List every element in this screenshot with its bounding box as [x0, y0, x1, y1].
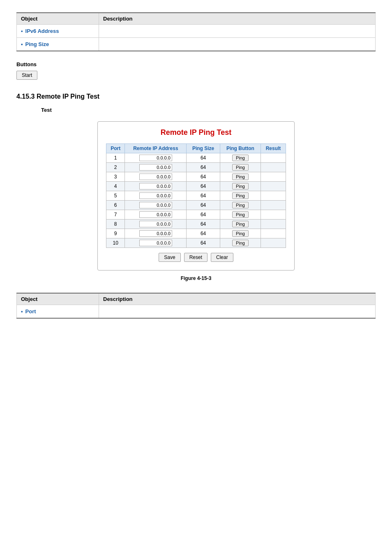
test-label: Test — [16, 107, 376, 113]
result-cell — [261, 182, 286, 191]
reset-button[interactable]: Reset — [184, 253, 208, 262]
table-row: Port — [17, 305, 376, 319]
ping-row: 564Ping — [106, 191, 286, 201]
ip-input[interactable] — [139, 164, 172, 171]
description-cell — [99, 38, 376, 51]
ip-cell[interactable] — [125, 238, 187, 248]
ping-button-cell[interactable]: Ping — [220, 229, 261, 238]
ip-cell[interactable] — [125, 220, 187, 229]
ping-button[interactable]: Ping — [232, 173, 249, 180]
ping-button-cell[interactable]: Ping — [220, 182, 261, 191]
result-cell — [261, 220, 286, 229]
ip-cell[interactable] — [125, 163, 187, 172]
port-cell: 4 — [106, 182, 125, 191]
table-row: Ping Size — [17, 38, 376, 51]
ping-row: 364Ping — [106, 172, 286, 182]
ping-col-header: Result — [261, 144, 286, 153]
ping-button-cell[interactable]: Ping — [220, 191, 261, 201]
port-cell: 2 — [106, 163, 125, 172]
buttons-label: Buttons — [16, 61, 376, 67]
ping-row: 264Ping — [106, 163, 286, 172]
ip-cell[interactable] — [125, 182, 187, 191]
bullet-item: IPv6 Address — [21, 28, 95, 34]
ping-button[interactable]: Ping — [232, 155, 249, 161]
ping-button-cell[interactable]: Ping — [220, 238, 261, 248]
ping-button[interactable]: Ping — [232, 221, 249, 227]
ping-col-header: Port — [106, 144, 125, 153]
result-cell — [261, 163, 286, 172]
ip-input[interactable] — [139, 183, 172, 190]
ping-button-cell[interactable]: Ping — [220, 153, 261, 163]
ping-col-header: Ping Button — [220, 144, 261, 153]
ping-size-cell: 64 — [187, 210, 220, 220]
ping-row: 964Ping — [106, 229, 286, 238]
port-cell: 6 — [106, 201, 125, 210]
port-cell: 5 — [106, 191, 125, 201]
ip-cell[interactable] — [125, 172, 187, 182]
port-cell: 10 — [106, 238, 125, 248]
ping-size-cell: 64 — [187, 172, 220, 182]
object-cell: Port — [17, 305, 99, 319]
ping-col-header: Ping Size — [187, 144, 220, 153]
ping-button-cell[interactable]: Ping — [220, 201, 261, 210]
ping-button[interactable]: Ping — [232, 211, 249, 218]
ip-cell[interactable] — [125, 201, 187, 210]
top-table-col2-header: Description — [99, 13, 376, 25]
ip-input[interactable] — [139, 240, 172, 246]
port-cell: 3 — [106, 172, 125, 182]
result-cell — [261, 210, 286, 220]
port-cell: 9 — [106, 229, 125, 238]
top-table-col1-header: Object — [17, 13, 99, 25]
ping-row: 1064Ping — [106, 238, 286, 248]
ip-input[interactable] — [139, 211, 172, 218]
ping-button-cell[interactable]: Ping — [220, 210, 261, 220]
object-cell: Ping Size — [17, 38, 99, 51]
ping-row: 464Ping — [106, 182, 286, 191]
ping-button[interactable]: Ping — [232, 183, 249, 190]
description-cell — [99, 305, 376, 319]
ping-table: PortRemote IP AddressPing SizePing Butto… — [106, 143, 286, 248]
start-button[interactable]: Start — [16, 71, 37, 80]
ip-input[interactable] — [139, 173, 172, 180]
ping-row: 164Ping — [106, 153, 286, 163]
ping-button-cell[interactable]: Ping — [220, 163, 261, 172]
port-cell: 7 — [106, 210, 125, 220]
top-table: Object Description IPv6 AddressPing Size — [16, 12, 376, 51]
ping-button[interactable]: Ping — [232, 202, 249, 208]
ping-widget-title: Remote IP Ping Test — [106, 128, 286, 137]
ip-input[interactable] — [139, 192, 172, 199]
section-heading: 4.15.3 Remote IP Ping Test — [16, 93, 376, 100]
ping-button[interactable]: Ping — [232, 230, 249, 237]
ip-input[interactable] — [139, 230, 172, 237]
description-cell — [99, 25, 376, 38]
object-cell: IPv6 Address — [17, 25, 99, 38]
ping-size-cell: 64 — [187, 191, 220, 201]
ip-input[interactable] — [139, 202, 172, 208]
ip-input[interactable] — [139, 155, 172, 161]
ping-size-cell: 64 — [187, 153, 220, 163]
result-cell — [261, 238, 286, 248]
clear-button[interactable]: Clear — [211, 253, 233, 262]
save-button[interactable]: Save — [159, 253, 180, 262]
bottom-table-col2-header: Description — [99, 293, 376, 305]
ping-button[interactable]: Ping — [232, 240, 249, 246]
buttons-section: Buttons Start — [16, 61, 376, 80]
ping-size-cell: 64 — [187, 182, 220, 191]
ip-cell[interactable] — [125, 229, 187, 238]
ip-cell[interactable] — [125, 210, 187, 220]
result-cell — [261, 153, 286, 163]
ping-widget-footer: Save Reset Clear — [106, 253, 286, 262]
ping-button-cell[interactable]: Ping — [220, 172, 261, 182]
ip-cell[interactable] — [125, 153, 187, 163]
bottom-table-col1-header: Object — [17, 293, 99, 305]
ip-cell[interactable] — [125, 191, 187, 201]
bullet-item: Port — [21, 308, 95, 314]
ping-button[interactable]: Ping — [232, 164, 249, 171]
ping-button[interactable]: Ping — [232, 192, 249, 199]
result-cell — [261, 172, 286, 182]
ping-widget: Remote IP Ping Test PortRemote IP Addres… — [97, 121, 295, 271]
ip-input[interactable] — [139, 221, 172, 227]
port-cell: 8 — [106, 220, 125, 229]
ping-button-cell[interactable]: Ping — [220, 220, 261, 229]
ping-row: 764Ping — [106, 210, 286, 220]
